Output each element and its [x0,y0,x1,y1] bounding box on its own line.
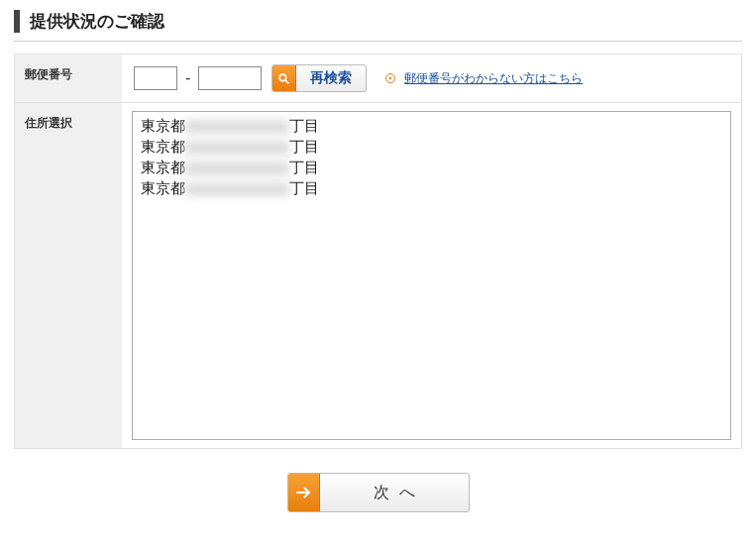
postal-label: 郵便番号 [15,55,122,102]
research-button-label: 再検索 [296,69,366,87]
arrow-right-icon [288,474,320,511]
list-item[interactable]: 東京都 丁目 [137,116,726,137]
postal-row: 郵便番号 - 再検索 [15,55,741,103]
address-label: 住所選択 [15,103,122,448]
research-button[interactable]: 再検索 [271,64,367,92]
address-prefix: 東京都 [141,138,185,155]
postal-separator: - [185,69,190,87]
postal-content: - 再検索 郵便番号が [122,55,741,102]
next-button[interactable]: 次へ [287,473,470,512]
svg-line-1 [285,80,288,83]
postal-input-part2[interactable] [198,66,262,90]
address-prefix: 東京都 [141,117,185,134]
postal-help-link[interactable]: 郵便番号がわからない方はこちら [404,70,583,87]
arrow-right-icon [384,72,396,84]
next-button-label: 次へ [320,483,469,503]
address-suffix: 丁目 [289,179,319,196]
address-masked [185,141,289,155]
list-item[interactable]: 東京都 丁目 [137,178,726,199]
address-suffix: 丁目 [289,117,319,134]
address-content: 東京都 丁目 東京都 丁目 東京都 丁目 東京都 丁目 [122,103,741,448]
list-item[interactable]: 東京都 丁目 [137,158,726,178]
page-title: 提供状況のご確認 [14,10,742,33]
address-list[interactable]: 東京都 丁目 東京都 丁目 東京都 丁目 東京都 丁目 [132,111,731,440]
address-masked [185,120,289,134]
divider [14,41,742,42]
address-prefix: 東京都 [141,179,185,196]
form-table: 郵便番号 - 再検索 [14,54,742,449]
address-masked [185,162,289,175]
address-suffix: 丁目 [289,138,319,155]
list-item[interactable]: 東京都 丁目 [137,137,726,158]
search-icon [272,65,296,91]
footer: 次へ [14,449,742,518]
address-masked [185,182,289,196]
svg-point-0 [279,74,286,81]
address-row: 住所選択 東京都 丁目 東京都 丁目 東京都 丁目 東京都 丁目 [15,103,741,448]
address-suffix: 丁目 [289,159,319,175]
address-prefix: 東京都 [141,159,185,175]
postal-input-part1[interactable] [134,66,177,90]
